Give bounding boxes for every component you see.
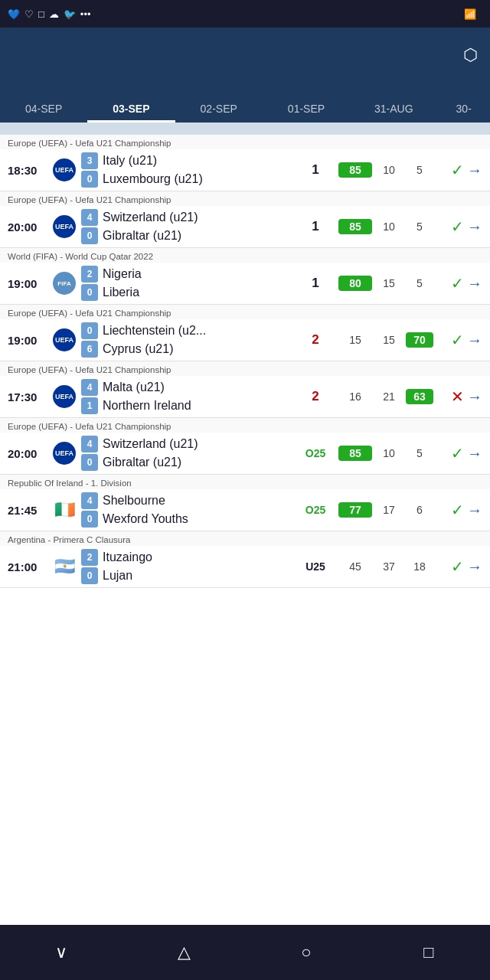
team-line: 0Wexford Youths xyxy=(81,511,292,528)
teams-scores: 4Switzerland (u21)0Gibraltar (u21) xyxy=(81,436,292,471)
odds-2: 70 xyxy=(406,332,433,348)
match-group: World (FIFA) - World Cup Qatar 202219:00… xyxy=(0,248,490,305)
match-time: 19:00 xyxy=(8,277,47,290)
match-time: 19:00 xyxy=(8,334,47,347)
nav-triangle-button[interactable]: △ xyxy=(161,942,207,962)
match-row: 18:30UEFA3Italy (u21)0Luxembourg (u21)18… xyxy=(0,149,490,191)
score-box: 0 xyxy=(81,511,98,528)
team-line: 3Italy (u21) xyxy=(81,152,292,169)
odds-x: 15 xyxy=(375,334,403,346)
arrow-right-icon[interactable]: → xyxy=(467,332,482,349)
team-flag: UEFA xyxy=(51,215,78,238)
tab-31-aug[interactable]: 31-AUG xyxy=(350,103,437,122)
score-box: 4 xyxy=(81,436,98,452)
odds-2: 5 xyxy=(406,164,433,176)
team-flag: 🇦🇷 xyxy=(51,555,78,578)
score-box: 6 xyxy=(81,341,98,358)
team-line: 4Switzerland (u21) xyxy=(81,436,292,452)
team-name: Liechtenstein (u2... xyxy=(103,324,206,338)
team-line: 2Ituzaingo xyxy=(81,549,292,566)
arrow-right-icon[interactable]: → xyxy=(467,501,482,519)
team-flag: UEFA xyxy=(51,385,78,408)
match-row: 17:30UEFA4Malta (u21)1Northern Ireland21… xyxy=(0,376,490,417)
odds-x: 10 xyxy=(375,164,403,176)
odds-x: 37 xyxy=(375,560,403,573)
odds-1: 85 xyxy=(338,219,372,234)
teams-scores: 4Switzerland (u21)0Gibraltar (u21) xyxy=(81,209,292,244)
check-icon: ✓ xyxy=(451,557,464,576)
odds-1: 80 xyxy=(338,276,372,291)
score-box: 4 xyxy=(81,379,98,396)
odds-1: 85 xyxy=(338,162,372,178)
score-box: 0 xyxy=(81,284,98,301)
arrow-right-icon[interactable]: → xyxy=(467,445,482,462)
league-label: Europe (UEFA) - Uefa U21 Championship xyxy=(0,418,490,433)
date-tabs-bar: 04-SEP 03-SEP 02-SEP 01-SEP 31-AUG 30- xyxy=(0,83,490,122)
league-label: Europe (UEFA) - Uefa U21 Championship xyxy=(0,191,490,206)
nav-circle-button[interactable]: ○ xyxy=(283,942,329,962)
tab-04-sep[interactable]: 04-SEP xyxy=(0,103,87,122)
team-flag: 🇮🇪 xyxy=(51,498,78,521)
arrow-right-icon[interactable]: → xyxy=(467,388,482,406)
check-icon: ✓ xyxy=(451,274,464,292)
teams-scores: 4Malta (u21)1Northern Ireland xyxy=(81,379,292,414)
team-line: 0Lujan xyxy=(81,567,292,584)
share-button[interactable]: ⬡ xyxy=(463,45,478,65)
cross-icon: ✕ xyxy=(451,387,464,406)
teams-scores: 3Italy (u21)0Luxembourg (u21) xyxy=(81,152,292,188)
odds-1: 16 xyxy=(338,390,372,403)
match-row: 20:00UEFA4Switzerland (u21)0Gibraltar (u… xyxy=(0,433,490,474)
odds-2: 5 xyxy=(406,447,433,459)
team-name: Luxembourg (u21) xyxy=(103,172,203,186)
team-line: 6Cyprus (u21) xyxy=(81,341,292,358)
tab-02-sep[interactable]: 02-SEP xyxy=(175,103,263,122)
match-group: Europe (UEFA) - Uefa U21 Championship19:… xyxy=(0,305,490,361)
result-area: ✓→ xyxy=(436,217,482,236)
match-group: Argentina - Primera C Clausura21:00🇦🇷2It… xyxy=(0,531,490,588)
app-header: ⬡ xyxy=(0,28,490,83)
score-box: 3 xyxy=(81,152,98,169)
flag-circle: UEFA xyxy=(53,442,76,465)
team-line: 4Switzerland (u21) xyxy=(81,209,292,226)
odds-2: 6 xyxy=(406,504,433,516)
nav-square-button[interactable]: □ xyxy=(406,942,452,962)
odds-1: 15 xyxy=(338,334,372,346)
team-flag: UEFA xyxy=(51,442,78,465)
box-icon: □ xyxy=(38,8,44,20)
check-icon: ✓ xyxy=(451,501,464,519)
arrow-right-icon[interactable]: → xyxy=(467,162,482,179)
tab-01-sep[interactable]: 01-SEP xyxy=(263,103,350,122)
tab-03-sep[interactable]: 03-SEP xyxy=(87,103,175,122)
arrow-right-icon[interactable]: → xyxy=(467,218,482,236)
bottom-navigation: ∨ △ ○ □ xyxy=(0,925,490,980)
tab-30[interactable]: 30- xyxy=(437,103,490,122)
arrow-right-icon[interactable]: → xyxy=(467,558,482,576)
status-right-info: 📶 xyxy=(464,8,482,20)
heart-icon: 💙 xyxy=(8,8,20,20)
match-group: Europe (UEFA) - Uefa U21 Championship20:… xyxy=(0,418,490,475)
score-box: 2 xyxy=(81,549,98,566)
teams-scores: 4Shelbourne0Wexford Youths xyxy=(81,492,292,528)
odds-2: 5 xyxy=(406,220,433,233)
match-row: 21:00🇦🇷2Ituzaingo0LujanU25453718✓→ xyxy=(0,546,490,587)
check-icon: ✓ xyxy=(451,444,464,462)
result-area: ✓→ xyxy=(436,331,482,349)
tip-cell: 2 xyxy=(296,332,335,348)
arrow-right-icon[interactable]: → xyxy=(467,275,482,292)
tip-cell: O25 xyxy=(296,504,335,516)
odds-1: 85 xyxy=(338,446,372,461)
match-time: 21:45 xyxy=(8,504,47,517)
match-row: 20:00UEFA4Switzerland (u21)0Gibraltar (u… xyxy=(0,206,490,247)
team-flag: FIFA xyxy=(51,272,78,295)
result-area: ✕→ xyxy=(436,387,482,406)
flag-circle: FIFA xyxy=(53,272,76,295)
matches-list: Europe (UEFA) - Uefa U21 Championship18:… xyxy=(0,135,490,588)
odds-2: 63 xyxy=(406,389,433,404)
nav-back-button[interactable]: ∨ xyxy=(38,942,84,962)
more-icon: ••• xyxy=(80,8,91,20)
league-label: Republic Of Ireland - 1. Division xyxy=(0,475,490,489)
score-box: 4 xyxy=(81,209,98,226)
tip-cell: 1 xyxy=(296,219,335,234)
team-name: Gibraltar (u21) xyxy=(103,229,181,243)
odds-1: 77 xyxy=(338,502,372,518)
